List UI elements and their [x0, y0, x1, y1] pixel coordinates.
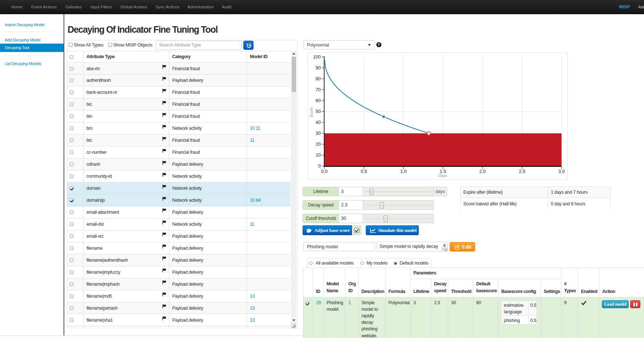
svg-text:0.5: 0.5	[361, 169, 367, 174]
svg-text:80: 80	[316, 76, 321, 81]
svg-text:20: 20	[316, 142, 321, 147]
svg-text:2.0: 2.0	[479, 169, 486, 174]
svg-text:2.5: 2.5	[519, 169, 525, 174]
svg-text:40: 40	[316, 120, 321, 125]
svg-text:0: 0	[318, 164, 321, 169]
svg-text:10: 10	[316, 153, 321, 158]
svg-text:30: 30	[316, 131, 321, 136]
svg-text:Score: Score	[309, 107, 313, 118]
svg-text:100: 100	[313, 55, 321, 60]
svg-text:70: 70	[316, 87, 321, 92]
svg-text:60: 60	[316, 98, 321, 103]
svg-text:3.0: 3.0	[558, 169, 564, 174]
svg-text:0.0: 0.0	[321, 169, 327, 174]
svg-text:Days: Days	[438, 173, 447, 178]
svg-text:90: 90	[316, 65, 321, 71]
svg-text:1.0: 1.0	[400, 169, 406, 174]
svg-text:50: 50	[316, 109, 321, 114]
